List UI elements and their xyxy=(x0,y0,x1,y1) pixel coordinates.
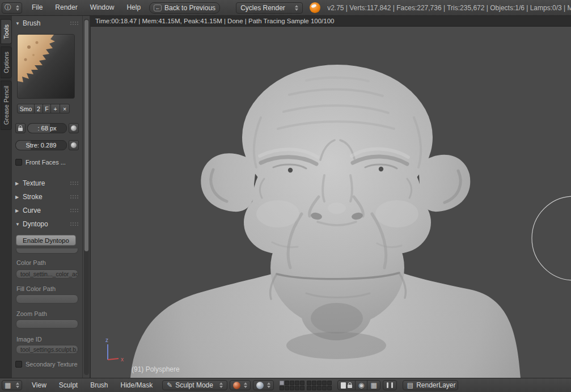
tab-grease-pencil[interactable]: Grease Pencil xyxy=(1,81,12,130)
strength-slider[interactable]: Stre: 0.289 xyxy=(15,140,67,150)
layers-widget xyxy=(280,381,332,390)
render-layer-value: RenderLayer xyxy=(416,381,455,389)
color-path-field[interactable]: tool_settin..._color_add xyxy=(16,269,78,279)
back-to-previous-button[interactable]: ← Back to Previous xyxy=(149,2,220,14)
layer-cell[interactable] xyxy=(317,386,322,390)
layer-cell[interactable] xyxy=(290,381,294,385)
panel-grip[interactable] xyxy=(70,208,79,213)
dropdown-arrows-icon xyxy=(12,5,19,11)
panel-grip[interactable] xyxy=(70,195,79,200)
dropdown-arrows-icon xyxy=(264,382,270,388)
editor-type-button[interactable]: ▦ xyxy=(2,380,22,390)
panel-brush[interactable]: ▼ Brush xyxy=(15,19,79,27)
menu-window[interactable]: Window xyxy=(84,0,121,15)
menu-render[interactable]: Render xyxy=(49,0,83,15)
dropdown-arrows-icon xyxy=(291,5,298,11)
secondary-texture-label: Secondary Texture xyxy=(26,361,78,368)
sculpt-mode-icon: ✎ xyxy=(167,381,172,389)
scrollbar-track[interactable] xyxy=(84,19,89,375)
pressure-icon xyxy=(71,125,77,131)
menu-view[interactable]: View xyxy=(26,378,53,392)
layer-cell[interactable] xyxy=(285,386,289,390)
axis-z-label: z xyxy=(105,337,108,343)
tab-tools[interactable]: Tools xyxy=(1,19,12,44)
layer-cell[interactable] xyxy=(312,386,316,390)
bar-icon xyxy=(391,382,393,388)
front-faces-option[interactable]: Front Faces ... xyxy=(15,159,79,166)
layer-cell[interactable] xyxy=(300,381,304,385)
layer-cell[interactable] xyxy=(295,386,299,390)
dropdown-arrows-icon xyxy=(240,382,247,388)
region-tab-strip: Tools Options Grease Pencil xyxy=(0,16,12,378)
radius-unified-button[interactable] xyxy=(15,123,26,133)
layer-cell[interactable] xyxy=(280,386,284,390)
layer-cell[interactable] xyxy=(285,381,289,385)
layer-cell[interactable] xyxy=(322,386,327,390)
layer-cell[interactable] xyxy=(307,381,311,385)
lock-to-scene-button[interactable] xyxy=(337,380,356,390)
shelf-scrollbar-zone xyxy=(83,16,91,378)
menu-brush[interactable]: Brush xyxy=(84,378,114,392)
radius-pressure-button[interactable] xyxy=(69,123,79,133)
back-button-label: Back to Previous xyxy=(164,4,215,12)
menu-hide-mask[interactable]: Hide/Mask xyxy=(115,378,159,392)
enable-dyntopo-button[interactable]: Enable Dyntopo xyxy=(16,235,76,246)
layer-cell[interactable] xyxy=(327,386,332,390)
layer-cell[interactable] xyxy=(280,381,284,385)
panel-grip[interactable] xyxy=(70,222,79,227)
brush-name-field[interactable]: Smo xyxy=(17,104,35,113)
panel-curve[interactable]: ▶ Curve xyxy=(15,206,79,214)
front-faces-checkbox[interactable] xyxy=(15,159,22,166)
layer-cell[interactable] xyxy=(295,381,299,385)
menu-help[interactable]: Help xyxy=(120,0,147,15)
panel-dyntopo[interactable]: ▼ Dyntopo xyxy=(15,220,79,228)
layer-cell[interactable] xyxy=(317,381,322,385)
tab-options[interactable]: Options xyxy=(1,47,12,78)
opengl-render-still-button[interactable]: ◉ xyxy=(355,380,367,390)
paired-toggle-button[interactable] xyxy=(383,380,397,390)
viewport-canvas: z x (91) Polysphere xyxy=(91,27,571,378)
brush-users-button[interactable]: 2 xyxy=(34,104,43,113)
layer-cell[interactable] xyxy=(327,381,332,385)
add-brush-button[interactable]: + xyxy=(50,104,60,113)
panel-grip[interactable] xyxy=(70,21,79,26)
panel-grip[interactable] xyxy=(70,181,79,186)
menu-sculpt[interactable]: Sculpt xyxy=(53,378,84,392)
layer-cell[interactable] xyxy=(312,381,316,385)
film-icon: ▦ xyxy=(370,381,377,389)
main-menubar: File Render Window Help xyxy=(26,0,147,15)
panel-stroke[interactable]: ▶ Stroke xyxy=(15,193,79,201)
layer-cell[interactable] xyxy=(300,386,304,390)
camera-icon: ◉ xyxy=(358,381,364,389)
bar-icon xyxy=(387,382,388,388)
info-editor-icon: ⓘ xyxy=(5,3,11,12)
viewport-shading-dropdown[interactable] xyxy=(253,380,274,390)
editor-type-button[interactable]: ⓘ xyxy=(2,2,22,14)
layer-cell[interactable] xyxy=(307,386,311,390)
radius-slider[interactable]: : 68 px xyxy=(27,123,67,133)
3d-viewport[interactable]: z x (91) Polysphere xyxy=(91,27,571,378)
scrollbar-thumb[interactable] xyxy=(84,20,88,251)
render-layer-dropdown[interactable]: ▤ RenderLayer xyxy=(403,380,458,390)
layer-cell[interactable] xyxy=(290,386,294,390)
secondary-texture-option[interactable]: Secondary Texture xyxy=(15,361,79,368)
zoom-path-field[interactable] xyxy=(16,319,78,328)
render-engine-dropdown[interactable]: Cycles Render xyxy=(236,2,303,14)
menu-file[interactable]: File xyxy=(26,0,49,15)
matcap-dropdown[interactable] xyxy=(230,380,251,390)
mode-selector-dropdown[interactable]: ✎ Sculpt Mode xyxy=(162,380,227,390)
image-id-field[interactable]: tool_settings.sculpt.b... xyxy=(16,345,78,354)
strength-pressure-button[interactable] xyxy=(69,140,79,150)
panel-texture[interactable]: ▶ Texture xyxy=(15,179,79,187)
brush-preview[interactable] xyxy=(17,34,75,99)
viewport-menubar: View Sculpt Brush Hide/Mask xyxy=(26,378,159,392)
secondary-texture-checkbox[interactable] xyxy=(15,361,22,368)
opengl-render-anim-button[interactable]: ▦ xyxy=(367,380,380,390)
unlink-brush-button[interactable]: × xyxy=(60,104,70,113)
fill-color-path-field[interactable] xyxy=(16,294,78,304)
layer-cell[interactable] xyxy=(322,381,327,385)
shading-sphere-icon xyxy=(256,382,264,389)
right-eye xyxy=(379,167,383,171)
render-layer-icon: ▤ xyxy=(407,381,413,389)
fake-user-button[interactable]: F xyxy=(43,104,51,113)
